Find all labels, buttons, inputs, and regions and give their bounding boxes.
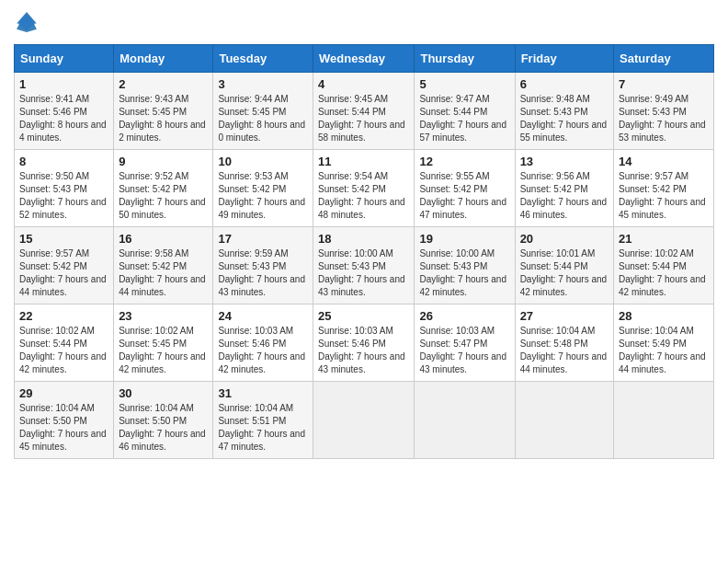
table-cell: 12Sunrise: 9:55 AMSunset: 5:42 PMDayligh… — [415, 150, 515, 227]
table-cell: 20Sunrise: 10:01 AMSunset: 5:44 PMDaylig… — [515, 227, 613, 304]
table-cell: 11Sunrise: 9:54 AMSunset: 5:42 PMDayligh… — [313, 150, 415, 227]
table-cell: 28Sunrise: 10:04 AMSunset: 5:49 PMDaylig… — [614, 304, 714, 382]
table-cell: 24Sunrise: 10:03 AMSunset: 5:46 PMDaylig… — [213, 304, 313, 382]
table-cell: 27Sunrise: 10:04 AMSunset: 5:48 PMDaylig… — [515, 304, 613, 382]
calendar-table: Sunday Monday Tuesday Wednesday Thursday… — [14, 44, 714, 459]
table-cell: 5Sunrise: 9:47 AMSunset: 5:44 PMDaylight… — [415, 73, 515, 150]
logo-icon — [14, 9, 40, 35]
table-cell: 18Sunrise: 10:00 AMSunset: 5:43 PMDaylig… — [313, 227, 415, 304]
col-saturday: Saturday — [614, 45, 714, 73]
calendar-week-row: 22Sunrise: 10:02 AMSunset: 5:44 PMDaylig… — [15, 304, 714, 382]
table-cell: 19Sunrise: 10:00 AMSunset: 5:43 PMDaylig… — [415, 227, 515, 304]
table-cell: 31Sunrise: 10:04 AMSunset: 5:51 PMDaylig… — [213, 382, 313, 459]
col-monday: Monday — [114, 45, 213, 73]
table-cell: 23Sunrise: 10:02 AMSunset: 5:45 PMDaylig… — [114, 304, 213, 382]
table-cell: 13Sunrise: 9:56 AMSunset: 5:42 PMDayligh… — [515, 150, 613, 227]
table-cell: 3Sunrise: 9:44 AMSunset: 5:45 PMDaylight… — [213, 73, 313, 150]
table-cell: 10Sunrise: 9:53 AMSunset: 5:42 PMDayligh… — [213, 150, 313, 227]
table-cell — [614, 382, 714, 459]
table-cell: 22Sunrise: 10:02 AMSunset: 5:44 PMDaylig… — [15, 304, 114, 382]
table-cell — [415, 382, 515, 459]
table-cell: 14Sunrise: 9:57 AMSunset: 5:42 PMDayligh… — [614, 150, 714, 227]
table-cell: 2Sunrise: 9:43 AMSunset: 5:45 PMDaylight… — [114, 73, 213, 150]
table-cell: 8Sunrise: 9:50 AMSunset: 5:43 PMDaylight… — [15, 150, 114, 227]
table-cell: 25Sunrise: 10:03 AMSunset: 5:46 PMDaylig… — [313, 304, 415, 382]
col-friday: Friday — [515, 45, 613, 73]
table-cell: 21Sunrise: 10:02 AMSunset: 5:44 PMDaylig… — [614, 227, 714, 304]
table-cell: 15Sunrise: 9:57 AMSunset: 5:42 PMDayligh… — [15, 227, 114, 304]
table-cell: 17Sunrise: 9:59 AMSunset: 5:43 PMDayligh… — [213, 227, 313, 304]
table-cell: 4Sunrise: 9:45 AMSunset: 5:44 PMDaylight… — [313, 73, 415, 150]
col-tuesday: Tuesday — [213, 45, 313, 73]
col-thursday: Thursday — [415, 45, 515, 73]
table-cell: 26Sunrise: 10:03 AMSunset: 5:47 PMDaylig… — [415, 304, 515, 382]
table-cell: 7Sunrise: 9:49 AMSunset: 5:43 PMDaylight… — [614, 73, 714, 150]
table-cell — [515, 382, 613, 459]
logo — [14, 9, 43, 35]
table-cell: 16Sunrise: 9:58 AMSunset: 5:42 PMDayligh… — [114, 227, 213, 304]
page-header — [14, 9, 714, 35]
table-cell: 6Sunrise: 9:48 AMSunset: 5:43 PMDaylight… — [515, 73, 613, 150]
table-cell — [313, 382, 415, 459]
calendar-week-row: 1Sunrise: 9:41 AMSunset: 5:46 PMDaylight… — [15, 73, 714, 150]
table-cell: 29Sunrise: 10:04 AMSunset: 5:50 PMDaylig… — [15, 382, 114, 459]
calendar-week-row: 29Sunrise: 10:04 AMSunset: 5:50 PMDaylig… — [15, 382, 714, 459]
table-cell: 1Sunrise: 9:41 AMSunset: 5:46 PMDaylight… — [15, 73, 114, 150]
calendar-week-row: 8Sunrise: 9:50 AMSunset: 5:43 PMDaylight… — [15, 150, 714, 227]
table-cell: 30Sunrise: 10:04 AMSunset: 5:50 PMDaylig… — [114, 382, 213, 459]
col-wednesday: Wednesday — [313, 45, 415, 73]
calendar-header-row: Sunday Monday Tuesday Wednesday Thursday… — [15, 45, 714, 73]
table-cell: 9Sunrise: 9:52 AMSunset: 5:42 PMDaylight… — [114, 150, 213, 227]
col-sunday: Sunday — [15, 45, 114, 73]
calendar-week-row: 15Sunrise: 9:57 AMSunset: 5:42 PMDayligh… — [15, 227, 714, 304]
